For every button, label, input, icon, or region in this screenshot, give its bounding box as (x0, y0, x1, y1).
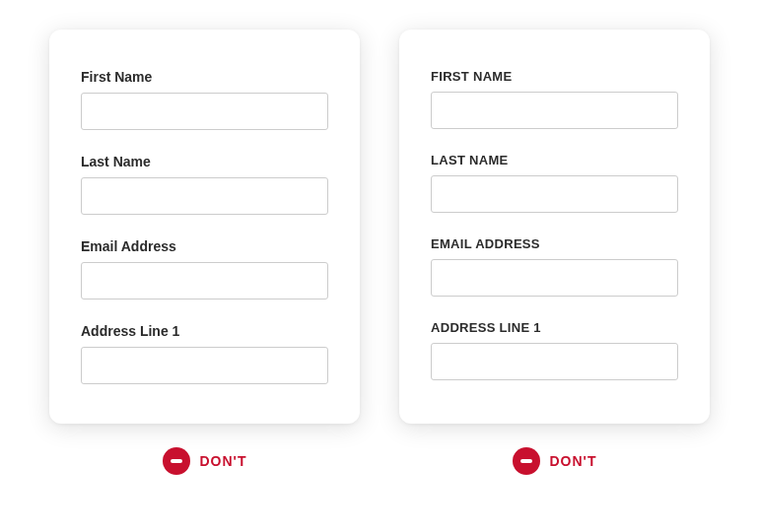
last-name-input[interactable] (431, 175, 678, 213)
address-line-1-label: Address Line 1 (81, 323, 328, 339)
dont-badge-right: DON'T (399, 447, 710, 475)
footer-row: DON'T DON'T (49, 447, 710, 475)
address-line-1-input[interactable] (81, 347, 328, 384)
form-field: Address Line 1 (81, 323, 328, 384)
form-card-right: FIRST NAME LAST NAME EMAIL ADDRESS ADDRE… (399, 30, 710, 424)
form-field: First Name (81, 69, 328, 130)
form-field: ADDRESS LINE 1 (431, 320, 678, 380)
form-card-left: First Name Last Name Email Address Addre… (49, 30, 360, 424)
last-name-input[interactable] (81, 177, 328, 215)
email-address-label: EMAIL ADDRESS (431, 236, 678, 251)
minus-circle-icon (163, 447, 190, 475)
first-name-label: First Name (81, 69, 328, 85)
first-name-input[interactable] (81, 93, 328, 130)
dont-label: DON'T (200, 453, 247, 469)
dont-badge-left: DON'T (49, 447, 360, 475)
first-name-input[interactable] (431, 92, 678, 129)
address-line-1-input[interactable] (431, 343, 678, 380)
email-address-input[interactable] (431, 259, 678, 297)
form-field: LAST NAME (431, 153, 678, 213)
first-name-label: FIRST NAME (431, 69, 678, 84)
address-line-1-label: ADDRESS LINE 1 (431, 320, 678, 335)
form-field: EMAIL ADDRESS (431, 236, 678, 297)
form-field: FIRST NAME (431, 69, 678, 129)
email-address-input[interactable] (81, 262, 328, 299)
form-field: Last Name (81, 154, 328, 215)
minus-circle-icon (513, 447, 540, 475)
email-address-label: Email Address (81, 238, 328, 254)
last-name-label: Last Name (81, 154, 328, 169)
cards-row: First Name Last Name Email Address Addre… (49, 30, 710, 424)
dont-label: DON'T (550, 453, 597, 469)
form-field: Email Address (81, 238, 328, 299)
last-name-label: LAST NAME (431, 153, 678, 167)
